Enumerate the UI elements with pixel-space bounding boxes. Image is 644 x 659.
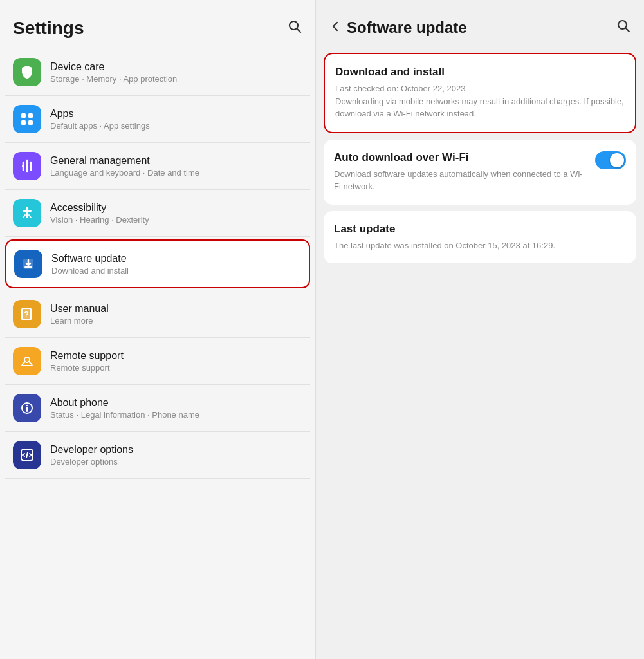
sidebar-item-developer-options[interactable]: Developer options Developer options bbox=[5, 432, 310, 479]
general-management-subtitle: Language and keyboard · Date and time bbox=[50, 168, 199, 178]
remote-support-text: Remote support Remote support bbox=[50, 350, 124, 373]
search-icon-right[interactable] bbox=[616, 18, 631, 37]
developer-options-title: Developer options bbox=[50, 444, 133, 456]
software-update-icon bbox=[14, 250, 42, 278]
developer-options-subtitle: Developer options bbox=[50, 457, 133, 467]
about-phone-icon bbox=[13, 394, 41, 422]
auto-download-card: Auto download over Wi-Fi Download softwa… bbox=[324, 140, 636, 205]
accessibility-title: Accessibility bbox=[50, 202, 149, 214]
last-update-title: Last update bbox=[334, 223, 626, 236]
download-install-title: Download and install bbox=[335, 66, 625, 79]
toggle-knob bbox=[610, 153, 624, 167]
software-update-panel: Software update Download and install Las… bbox=[315, 0, 644, 659]
accessibility-icon bbox=[13, 199, 41, 227]
general-management-text: General management Language and keyboard… bbox=[50, 155, 199, 178]
svg-rect-3 bbox=[28, 113, 33, 118]
software-update-page-title: Software update bbox=[347, 19, 467, 37]
header-left: Software update bbox=[329, 19, 467, 37]
about-phone-text: About phone Status · Legal information ·… bbox=[50, 397, 199, 420]
user-manual-title: User manual bbox=[50, 303, 109, 315]
software-update-header: Software update bbox=[316, 0, 644, 48]
svg-point-24 bbox=[26, 405, 28, 406]
sidebar-item-user-manual[interactable]: ? User manual Learn more bbox=[5, 291, 310, 338]
last-update-card: Last update The last update was installe… bbox=[324, 211, 636, 264]
device-care-subtitle: Storage · Memory · App protection bbox=[50, 74, 177, 84]
user-manual-subtitle: Learn more bbox=[50, 316, 109, 326]
svg-line-27 bbox=[626, 28, 630, 32]
back-button[interactable] bbox=[329, 20, 342, 36]
svg-point-15 bbox=[26, 207, 28, 210]
svg-line-1 bbox=[297, 29, 301, 33]
device-care-text: Device care Storage · Memory · App prote… bbox=[50, 61, 177, 84]
software-update-subtitle: Download and install bbox=[51, 266, 129, 275]
apps-text: Apps Default apps · App settings bbox=[50, 108, 150, 131]
device-care-title: Device care bbox=[50, 61, 177, 73]
svg-rect-4 bbox=[21, 120, 26, 125]
remote-support-icon bbox=[13, 347, 41, 375]
svg-point-21 bbox=[24, 357, 30, 362]
sidebar-item-remote-support[interactable]: Remote support Remote support bbox=[5, 338, 310, 385]
device-care-icon bbox=[13, 58, 41, 86]
developer-options-icon bbox=[13, 441, 41, 469]
apps-title: Apps bbox=[50, 108, 150, 120]
auto-download-subtitle: Download software updates automatically … bbox=[334, 168, 587, 193]
auto-download-row: Auto download over Wi-Fi Download softwa… bbox=[334, 151, 626, 193]
settings-list: Device care Storage · Memory · App prote… bbox=[0, 49, 315, 659]
about-phone-title: About phone bbox=[50, 397, 199, 409]
about-phone-subtitle: Status · Legal information · Phone name bbox=[50, 410, 199, 420]
auto-download-title: Auto download over Wi-Fi bbox=[334, 151, 587, 164]
remote-support-title: Remote support bbox=[50, 350, 124, 362]
remote-support-subtitle: Remote support bbox=[50, 363, 124, 373]
sidebar-item-device-care[interactable]: Device care Storage · Memory · App prote… bbox=[5, 49, 310, 96]
svg-rect-2 bbox=[21, 113, 26, 118]
svg-rect-17 bbox=[24, 266, 32, 268]
auto-download-toggle[interactable] bbox=[595, 151, 626, 169]
download-install-subtitle: Last checked on: October 22, 2023Downloa… bbox=[335, 82, 625, 120]
user-manual-text: User manual Learn more bbox=[50, 303, 109, 326]
download-install-card[interactable]: Download and install Last checked on: Oc… bbox=[324, 53, 636, 133]
settings-title: Settings bbox=[13, 18, 84, 39]
sidebar-item-software-update[interactable]: Software update Download and install bbox=[5, 239, 310, 288]
apps-subtitle: Default apps · App settings bbox=[50, 121, 150, 131]
accessibility-subtitle: Vision · Hearing · Dexterity bbox=[50, 215, 149, 225]
user-manual-icon: ? bbox=[13, 300, 41, 328]
auto-download-text: Auto download over Wi-Fi Download softwa… bbox=[334, 151, 595, 193]
sidebar-item-accessibility[interactable]: Accessibility Vision · Hearing · Dexteri… bbox=[5, 190, 310, 237]
developer-options-text: Developer options Developer options bbox=[50, 444, 133, 467]
svg-text:?: ? bbox=[24, 310, 28, 319]
sidebar-item-apps[interactable]: Apps Default apps · App settings bbox=[5, 96, 310, 143]
last-update-subtitle: The last update was installed on October… bbox=[334, 239, 626, 252]
apps-icon bbox=[13, 105, 41, 133]
software-update-title: Software update bbox=[51, 253, 129, 265]
general-management-title: General management bbox=[50, 155, 199, 167]
software-update-content: Download and install Last checked on: Oc… bbox=[316, 48, 644, 659]
settings-header: Settings bbox=[0, 0, 315, 49]
settings-panel: Settings Device care Storage · Memory · … bbox=[0, 0, 315, 659]
sidebar-item-general-management[interactable]: General management Language and keyboard… bbox=[5, 143, 310, 190]
software-update-text: Software update Download and install bbox=[51, 253, 129, 275]
accessibility-text: Accessibility Vision · Hearing · Dexteri… bbox=[50, 202, 149, 225]
svg-rect-5 bbox=[28, 120, 33, 125]
general-management-icon bbox=[13, 152, 41, 180]
search-icon-left[interactable] bbox=[287, 19, 302, 38]
sidebar-item-about-phone[interactable]: About phone Status · Legal information ·… bbox=[5, 385, 310, 432]
